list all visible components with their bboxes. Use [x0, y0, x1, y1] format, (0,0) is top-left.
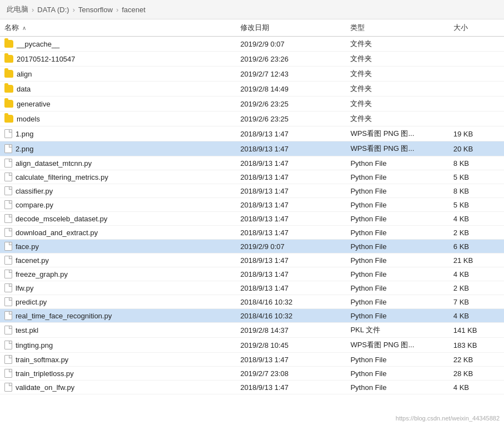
file-type: 文件夹 [346, 82, 448, 97]
table-row[interactable]: train_tripletloss.py2019/2/7 23:08Python… [0, 367, 504, 381]
file-type: Python File [346, 253, 448, 267]
file-type: Python File [346, 226, 448, 240]
file-date: 2019/2/6 23:25 [236, 111, 346, 126]
file-name: classifier.py [16, 187, 53, 195]
table-row[interactable]: real_time_face_recognition.py2018/4/16 1… [0, 309, 504, 323]
file-icon [4, 326, 12, 334]
file-name: download_and_extract.py [16, 229, 98, 237]
col-header-date[interactable]: 修改日期 [236, 19, 346, 37]
file-size: 2 KB [449, 226, 504, 240]
col-header-size[interactable]: 大小 [449, 19, 504, 37]
file-date: 2018/4/16 10:32 [236, 295, 346, 309]
file-size: 21 KB [449, 253, 504, 267]
file-date: 2018/9/13 1:47 [236, 198, 346, 212]
file-icon [4, 355, 12, 364]
folder-icon [4, 70, 13, 78]
file-name: lfw.py [16, 284, 34, 292]
file-size [449, 82, 504, 97]
breadcrumb-sep-0: › [32, 6, 34, 14]
breadcrumb-part-2[interactable]: Tensorflow [78, 6, 113, 14]
table-row[interactable]: validate_on_lfw.py2018/9/13 1:47Python F… [0, 381, 504, 394]
table-row[interactable]: 1.png2018/9/13 1:47WPS看图 PNG 图...19 KB [0, 126, 504, 141]
file-name: align_dataset_mtcnn.py [16, 159, 92, 168]
folder-icon [4, 40, 13, 48]
file-date: 2018/9/13 1:47 [236, 281, 346, 295]
file-date: 2018/9/13 1:47 [236, 267, 346, 281]
file-date: 2019/2/8 14:37 [236, 323, 346, 338]
table-row[interactable]: generative2019/2/6 23:25文件夹 [0, 97, 504, 111]
file-date: 2018/9/13 1:47 [236, 141, 346, 156]
table-row[interactable]: classifier.py2018/9/13 1:47Python File8 … [0, 184, 504, 198]
file-date: 2018/9/13 1:47 [236, 126, 346, 141]
table-row[interactable]: freeze_graph.py2018/9/13 1:47Python File… [0, 267, 504, 281]
file-type: 文件夹 [346, 67, 448, 82]
file-name: predict.py [16, 298, 47, 306]
table-row[interactable]: download_and_extract.py2018/9/13 1:47Pyt… [0, 226, 504, 240]
table-row[interactable]: 2.png2018/9/13 1:47WPS看图 PNG 图...20 KB [0, 141, 504, 156]
file-date: 2018/9/13 1:47 [236, 170, 346, 184]
file-icon [4, 129, 12, 138]
sort-arrow-name: ∧ [22, 25, 26, 31]
breadcrumb-part-1[interactable]: DATA (D:) [37, 6, 69, 14]
table-row[interactable]: facenet.py2018/9/13 1:47Python File21 KB [0, 253, 504, 267]
table-row[interactable]: decode_msceleb_dataset.py2018/9/13 1:47P… [0, 212, 504, 226]
table-header-row: 名称 ∧ 修改日期 类型 大小 [0, 19, 504, 37]
file-type: Python File [346, 198, 448, 212]
file-icon [4, 159, 12, 168]
file-icon [4, 256, 12, 265]
file-name: align [17, 70, 32, 78]
table-row[interactable]: data2019/2/8 14:49文件夹 [0, 82, 504, 97]
file-icon [4, 297, 12, 306]
file-list-container: 名称 ∧ 修改日期 类型 大小 __pycache__2019/2/9 0:07… [0, 19, 504, 394]
file-type: WPS看图 PNG 图... [346, 126, 448, 141]
breadcrumb-part-3[interactable]: facenet [122, 6, 145, 14]
file-date: 2019/2/6 23:26 [236, 52, 346, 67]
table-row[interactable]: lfw.py2018/9/13 1:47Python File2 KB [0, 281, 504, 295]
file-date: 2018/9/13 1:47 [236, 381, 346, 394]
file-type: 文件夹 [346, 52, 448, 67]
file-name: tingting.png [16, 341, 53, 349]
breadcrumb-part-0[interactable]: 此电脑 [7, 4, 28, 14]
table-row[interactable]: calculate_filtering_metrics.py2018/9/13 … [0, 170, 504, 184]
file-name: calculate_filtering_metrics.py [16, 173, 108, 181]
file-type: 文件夹 [346, 97, 448, 111]
table-row[interactable]: face.py2019/2/9 0:07Python File6 KB [0, 240, 504, 253]
table-row[interactable]: train_softmax.py2018/9/13 1:47Python Fil… [0, 353, 504, 367]
table-row[interactable]: __pycache__2019/2/9 0:07文件夹 [0, 37, 504, 52]
file-size: 19 KB [449, 126, 504, 141]
file-size [449, 97, 504, 111]
file-size: 2 KB [449, 281, 504, 295]
file-name: compare.py [16, 201, 53, 209]
table-row[interactable]: compare.py2018/9/13 1:47Python File5 KB [0, 198, 504, 212]
table-row[interactable]: 20170512-1105472019/2/6 23:26文件夹 [0, 52, 504, 67]
table-row[interactable]: predict.py2018/4/16 10:32Python File7 KB [0, 295, 504, 309]
file-type: Python File [346, 309, 448, 323]
file-table: 名称 ∧ 修改日期 类型 大小 __pycache__2019/2/9 0:07… [0, 19, 504, 394]
table-row[interactable]: tingting.png2019/2/8 10:45WPS看图 PNG 图...… [0, 338, 504, 353]
file-name: 1.png [16, 130, 34, 138]
file-icon [4, 383, 12, 392]
col-header-name[interactable]: 名称 ∧ [0, 19, 236, 37]
file-date: 2019/2/8 10:45 [236, 338, 346, 353]
file-type: WPS看图 PNG 图... [346, 141, 448, 156]
file-date: 2018/9/13 1:47 [236, 156, 346, 170]
table-row[interactable]: align_dataset_mtcnn.py2018/9/13 1:47Pyth… [0, 156, 504, 170]
file-type: Python File [346, 267, 448, 281]
file-icon [4, 228, 12, 237]
file-type: Python File [346, 353, 448, 367]
file-size: 5 KB [449, 170, 504, 184]
file-size: 8 KB [449, 184, 504, 198]
file-size: 5 KB [449, 198, 504, 212]
file-size: 183 KB [449, 338, 504, 353]
file-name: face.py [16, 242, 39, 251]
col-header-type[interactable]: 类型 [346, 19, 448, 37]
table-row[interactable]: models2019/2/6 23:25文件夹 [0, 111, 504, 126]
file-icon [4, 214, 12, 223]
table-row[interactable]: test.pkl2019/2/8 14:37PKL 文件141 KB [0, 323, 504, 338]
file-size: 141 KB [449, 323, 504, 338]
file-icon [4, 186, 12, 195]
file-icon [4, 173, 12, 181]
file-type: Python File [346, 212, 448, 226]
table-row[interactable]: align2019/2/7 12:43文件夹 [0, 67, 504, 82]
file-icon [4, 144, 12, 153]
